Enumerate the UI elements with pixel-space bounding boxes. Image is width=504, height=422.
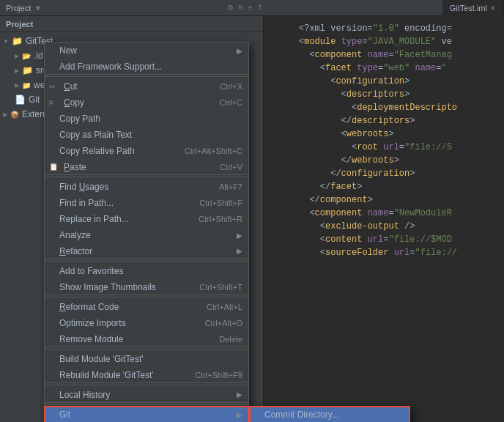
menu-item-git[interactable]: Git ▶ xyxy=(45,407,248,422)
shortcut-label: Ctrl+Shift+F9 xyxy=(195,371,242,380)
menu-separator-1 xyxy=(45,76,248,77)
submenu-arrow-icon: ▶ xyxy=(237,232,242,240)
src-icon: 📁 xyxy=(22,65,33,75)
code-line: </descriptors> xyxy=(264,114,504,127)
code-line: <root url="file://S xyxy=(264,141,504,154)
menu-label: Replace in Path... xyxy=(59,214,129,224)
tree-label: Git xyxy=(29,95,40,105)
code-line: <exclude-output /> xyxy=(264,220,504,233)
menu-item-find-path[interactable]: Find in Path... Ctrl+Shift+F xyxy=(45,195,248,211)
folder-icon: 📁 xyxy=(22,81,31,89)
menu-label: Paste xyxy=(64,162,86,172)
shortcut-label: Ctrl+C xyxy=(220,98,242,107)
menu-label: Add to Favorites xyxy=(59,266,123,276)
code-line: <deploymentDescripto xyxy=(264,101,504,114)
menu-item-copy-plain[interactable]: Copy as Plain Text xyxy=(45,127,248,143)
project-header: Project xyxy=(0,16,263,32)
menu-label: Add Framework Support... xyxy=(59,62,162,72)
shortcut-label: Alt+F7 xyxy=(219,182,242,191)
menu-item-add-favorites[interactable]: Add to Favorites xyxy=(45,263,248,279)
menu-label: Show Image Thumbnails xyxy=(59,282,156,292)
menu-label: Refactor xyxy=(59,246,92,256)
menu-item-add-framework[interactable]: Add Framework Support... xyxy=(45,59,248,75)
expand-arrow: ▶ xyxy=(15,82,19,89)
code-line: <facet type="web" name=" xyxy=(264,62,504,75)
shortcut-label: Delete xyxy=(219,335,242,344)
menu-label: Copy Relative Path xyxy=(59,146,135,156)
refresh-icon[interactable]: ↻ xyxy=(238,4,244,12)
submenu-arrow-icon: ▶ xyxy=(237,47,242,55)
copy-icon: ⎘ xyxy=(49,99,61,107)
code-line: <content url="file://$MOD xyxy=(264,233,504,246)
shortcut-label: Ctrl+Alt+Shift+C xyxy=(185,147,242,155)
submenu-arrow-icon: ▶ xyxy=(237,247,242,255)
settings-icon[interactable]: ≡ xyxy=(248,4,253,12)
shortcut-label: Ctrl+X xyxy=(220,82,242,91)
project-panel: Project ▼ 📁 GitTest ▶ 📂 .id ▶ 📁 src ▶ 📁 … xyxy=(0,16,264,422)
menu-label: Reformat Code xyxy=(59,302,119,312)
menu-item-new[interactable]: New ▶ xyxy=(45,42,248,59)
code-area: <?xml version="1.0" encoding= <module ty… xyxy=(264,16,504,422)
panel-title: Project xyxy=(6,20,33,29)
menu-item-build[interactable]: Build Module 'GitTest' xyxy=(45,351,248,367)
menu-label: Git xyxy=(59,410,70,420)
menu-item-optimize[interactable]: Optimize Imports Ctrl+Alt+O xyxy=(45,315,248,331)
code-line: <?xml version="1.0" encoding= xyxy=(264,22,504,35)
menu-label: Optimize Imports xyxy=(59,318,126,328)
cut-icon: ✂ xyxy=(49,83,61,91)
folder-icon: 📁 xyxy=(12,36,23,46)
collapse-icon[interactable]: ⇑ xyxy=(257,4,263,12)
menu-label: Find in Path... xyxy=(59,198,114,208)
code-line: <module type="JAVA_MODULE" ve xyxy=(264,35,504,48)
menu-label: Copy Path xyxy=(59,114,100,124)
tab-modified-dot: ✕ xyxy=(490,4,496,12)
file-icon: 📄 xyxy=(15,95,26,105)
menu-label: Copy xyxy=(64,97,84,108)
menu-item-copy-path[interactable]: Copy Path xyxy=(45,111,248,127)
code-line: <configuration> xyxy=(264,75,504,88)
menu-item-paste[interactable]: 📋 Paste Ctrl+V xyxy=(45,159,248,175)
tree-label: .id xyxy=(34,51,43,61)
menu-separator-6 xyxy=(45,385,248,385)
submenu-arrow-icon: ▶ xyxy=(237,411,242,419)
submenu-arrow-icon: ▶ xyxy=(237,390,242,399)
menu-label: New xyxy=(59,45,77,56)
code-line: </component> xyxy=(264,193,504,207)
context-menu: New ▶ Add Framework Support... ✂ Cut Ctr… xyxy=(44,42,249,422)
menu-item-remove[interactable]: Remove Module Delete xyxy=(45,331,248,347)
menu-item-image-thumbs[interactable]: Show Image Thumbnails Ctrl+Shift+T xyxy=(45,279,248,295)
shortcut-label: Ctrl+Shift+T xyxy=(199,283,242,292)
project-toolbar: ⚙ ↻ ≡ ⇑ xyxy=(227,4,263,12)
menu-separator-3 xyxy=(45,261,248,262)
menu-item-local-history[interactable]: Local History ▶ xyxy=(45,387,248,403)
shortcut-label: Ctrl+Shift+R xyxy=(199,215,242,223)
expand-arrow: ▼ xyxy=(3,38,9,45)
code-line: <descriptors> xyxy=(264,88,504,101)
tab-gittest-iml[interactable]: GitTest.iml ✕ xyxy=(442,0,504,16)
expand-arrow: ▶ xyxy=(15,67,19,74)
menu-item-find-usages[interactable]: Find Usages Alt+F7 xyxy=(45,179,248,195)
git-menu-wrapper: Git ▶ Commit Directory... + Add Ctrl+Alt… xyxy=(45,407,248,422)
git-submenu: Commit Directory... + Add Ctrl+Alt+A Ann… xyxy=(249,406,410,422)
menu-item-cut[interactable]: ✂ Cut Ctrl+X xyxy=(45,78,248,95)
menu-item-copy[interactable]: ⎘ Copy Ctrl+C xyxy=(45,95,248,111)
menu-item-reformat[interactable]: Reformat Code Ctrl+Alt+L xyxy=(45,299,248,315)
shortcut-label: Ctrl+Alt+O xyxy=(205,319,242,327)
menu-item-rebuild[interactable]: Rebuild Module 'GitTest' Ctrl+Shift+F9 xyxy=(45,367,248,383)
menu-separator-5 xyxy=(45,349,248,349)
code-line: </webroots> xyxy=(264,154,504,167)
code-line: </facet> xyxy=(264,180,504,193)
submenu-item-commit-dir[interactable]: Commit Directory... xyxy=(250,407,410,422)
gear-icon[interactable]: ⚙ xyxy=(227,4,234,12)
expand-arrow: ▶ xyxy=(15,53,19,59)
menu-label: Local History xyxy=(59,390,110,400)
menu-label: Find Usages xyxy=(59,182,108,192)
menu-item-analyze[interactable]: Analyze ▶ xyxy=(45,227,248,243)
menu-item-copy-relative[interactable]: Copy Relative Path Ctrl+Alt+Shift+C xyxy=(45,143,248,159)
folder-icon: 📦 xyxy=(10,111,19,119)
code-line: <component name="FacetManag xyxy=(264,48,504,62)
dropdown-icon: ▼ xyxy=(34,4,42,12)
menu-item-replace-path[interactable]: Replace in Path... Ctrl+Shift+R xyxy=(45,211,248,227)
expand-arrow: ▶ xyxy=(3,111,7,118)
menu-item-refactor[interactable]: Refactor ▶ xyxy=(45,243,248,259)
